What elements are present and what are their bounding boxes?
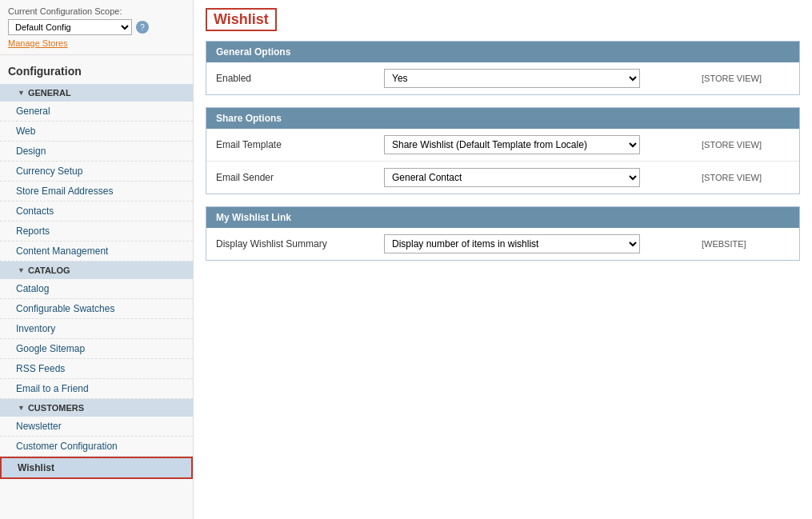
sidebar-item-currency-setup[interactable]: Currency Setup <box>0 162 193 182</box>
config-scope-my-wishlist-link-0: [WEBSITE] <box>702 239 790 249</box>
section-arrow: ▼ <box>18 89 25 97</box>
sidebar-item-general[interactable]: General <box>0 102 193 122</box>
config-control-general-options-0: YesNo <box>384 69 694 88</box>
config-label-my-wishlist-link-0: Display Wishlist Summary <box>216 238 376 250</box>
sidebar-item-newsletter[interactable]: Newsletter <box>0 417 193 437</box>
config-control-share-options-0: Share Wishlist (Default Template from Lo… <box>384 135 694 154</box>
config-row-my-wishlist-link-0: Display Wishlist SummaryDisplay number o… <box>206 228 799 260</box>
section-header-customers[interactable]: ▼CUSTOMERS <box>0 399 193 417</box>
sidebar-item-rss-feeds[interactable]: RSS Feeds <box>0 359 193 379</box>
config-row-general-options-0: EnabledYesNo[STORE VIEW] <box>206 62 799 94</box>
config-label-general-options-0: Enabled <box>216 73 376 84</box>
section-header-general[interactable]: ▼GENERAL <box>0 84 193 102</box>
config-section-general-options: General OptionsEnabledYesNo[STORE VIEW] <box>206 41 800 95</box>
main-content: Wishlist General OptionsEnabledYesNo[STO… <box>194 0 812 519</box>
scope-help-icon[interactable]: ? <box>136 21 149 34</box>
sidebar-item-google-sitemap[interactable]: Google Sitemap <box>0 339 193 359</box>
sidebar-item-reports[interactable]: Reports <box>0 222 193 242</box>
section-arrow: ▼ <box>18 266 25 274</box>
config-control-share-options-1: General ContactSales RepresentativeCusto… <box>384 168 694 187</box>
sidebar-item-design[interactable]: Design <box>0 142 193 162</box>
sidebar-item-store-email-addresses[interactable]: Store Email Addresses <box>0 182 193 202</box>
config-section-header-general-options: General Options <box>206 42 799 62</box>
sidebar-nav: ▼GENERALGeneralWebDesignCurrency SetupSt… <box>0 84 193 479</box>
config-scope-share-options-1: [STORE VIEW] <box>702 173 790 182</box>
sidebar-item-email-to-a-friend[interactable]: Email to a Friend <box>0 379 193 399</box>
config-select-general-options-0[interactable]: YesNo <box>384 69 640 88</box>
config-sections: General OptionsEnabledYesNo[STORE VIEW]S… <box>206 41 800 261</box>
scope-label: Current Configuration Scope: <box>8 6 185 16</box>
section-header-catalog[interactable]: ▼CATALOG <box>0 261 193 279</box>
scope-select[interactable]: Default Config <box>8 19 132 35</box>
config-section-body-general-options: EnabledYesNo[STORE VIEW] <box>206 62 799 94</box>
config-section-body-share-options: Email TemplateShare Wishlist (Default Te… <box>206 129 799 194</box>
sidebar-item-catalog[interactable]: Catalog <box>0 279 193 299</box>
sidebar-item-content-management[interactable]: Content Management <box>0 242 193 261</box>
config-scope-share-options-0: [STORE VIEW] <box>702 140 790 150</box>
config-section-my-wishlist-link: My Wishlist LinkDisplay Wishlist Summary… <box>206 206 800 261</box>
config-select-my-wishlist-link-0[interactable]: Display number of items in wishlistDispl… <box>384 234 640 254</box>
page-title: Wishlist <box>206 8 277 31</box>
config-row-share-options-0: Email TemplateShare Wishlist (Default Te… <box>206 129 799 162</box>
config-select-share-options-0[interactable]: Share Wishlist (Default Template from Lo… <box>384 135 640 154</box>
sidebar-item-web[interactable]: Web <box>0 122 193 142</box>
config-label-share-options-1: Email Sender <box>216 172 376 183</box>
scope-section: Current Configuration Scope: Default Con… <box>0 0 193 55</box>
config-control-my-wishlist-link-0: Display number of items in wishlistDispl… <box>384 234 694 254</box>
config-row-share-options-1: Email SenderGeneral ContactSales Represe… <box>206 162 799 194</box>
section-label: CATALOG <box>28 265 70 275</box>
section-label: GENERAL <box>28 88 71 98</box>
manage-stores-link[interactable]: Manage Stores <box>8 38 185 48</box>
section-arrow: ▼ <box>18 404 25 412</box>
config-section-header-share-options: Share Options <box>206 108 799 129</box>
config-select-share-options-1[interactable]: General ContactSales RepresentativeCusto… <box>384 168 640 187</box>
section-label: CUSTOMERS <box>28 403 84 413</box>
config-section-header-my-wishlist-link: My Wishlist Link <box>206 207 799 228</box>
config-title: Configuration <box>0 55 193 84</box>
sidebar-item-inventory[interactable]: Inventory <box>0 319 193 339</box>
sidebar-item-customer-configuration[interactable]: Customer Configuration <box>0 437 193 457</box>
sidebar-item-configurable-swatches[interactable]: Configurable Swatches <box>0 299 193 319</box>
config-scope-general-options-0: [STORE VIEW] <box>702 74 790 83</box>
config-section-body-my-wishlist-link: Display Wishlist SummaryDisplay number o… <box>206 228 799 260</box>
config-section-share-options: Share OptionsEmail TemplateShare Wishlis… <box>206 107 800 194</box>
config-label-share-options-0: Email Template <box>216 139 376 150</box>
sidebar-item-contacts[interactable]: Contacts <box>0 202 193 222</box>
sidebar: Current Configuration Scope: Default Con… <box>0 0 194 519</box>
sidebar-item-wishlist[interactable]: Wishlist <box>0 457 193 479</box>
